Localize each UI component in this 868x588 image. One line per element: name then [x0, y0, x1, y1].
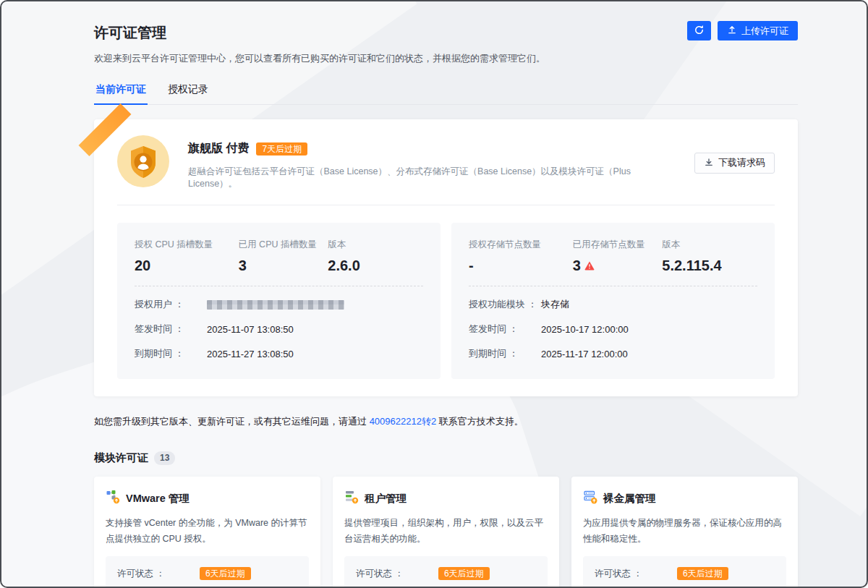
license-management-page: 许可证管理 欢迎来到云平台许可证管理中心，您可以查看所有已购买的许可证和它们的状…	[0, 0, 868, 588]
license-status-row: 许可状态 ： 6天后过期	[117, 567, 297, 580]
support-note-text: 如您需升级到其它版本、更新许可证，或有其它运维问题，请通过	[94, 416, 370, 427]
download-icon	[704, 157, 714, 169]
expire-badge: 6天后过期	[438, 567, 490, 580]
authorized-feature-module-row: 授权功能模块 ： 块存储	[469, 298, 757, 311]
upload-license-button[interactable]: 上传许可证	[718, 21, 798, 41]
support-phone-link[interactable]: 4009622212转2	[370, 416, 437, 427]
refresh-button[interactable]	[687, 21, 711, 41]
stat-authorized-storage-nodes: 授权存储节点数量 -	[469, 239, 573, 274]
stat-storage-version: 版本 5.2.115.4	[662, 239, 757, 274]
header-actions: 上传许可证	[687, 21, 798, 41]
download-request-code-button[interactable]: 下载请求码	[694, 153, 775, 174]
module-count-badge: 13	[154, 451, 175, 464]
page-subtitle: 欢迎来到云平台许可证管理中心，您可以查看所有已购买的许可证和它们的状态，并根据您…	[94, 52, 545, 65]
dashed-divider	[469, 286, 757, 286]
download-request-code-label: 下载请求码	[718, 156, 765, 169]
license-name: 旗舰版 付费	[188, 141, 249, 156]
module-card-description: 提供管理项目，组织架构，用户，权限，以及云平台运营相关的功能。	[344, 516, 548, 547]
dashed-divider	[135, 286, 423, 286]
expire-badge: 7天后过期	[256, 142, 307, 155]
module-card-detail-panel: 许可状态 ： 6天后过期 授权物理机数量 ： 0/20 签发时间 ： 2025-…	[583, 556, 786, 588]
platform-license-panel: 授权 CPU 插槽数量 20 已用 CPU 插槽数量 3 版本 2.6.0	[117, 223, 441, 379]
warning-icon	[584, 257, 595, 274]
stat-used-storage-nodes: 已用存储节点数量 3	[573, 239, 663, 274]
issue-time-row: 签发时间 ： 2025-10-17 12:00:00	[469, 323, 757, 336]
module-card-bare-metal: 裸金属管理 为应用提供专属的物理服务器，保证核心应用的高性能和稳定性。 许可状态…	[571, 477, 798, 588]
tab-bar: 当前许可证 授权记录	[94, 80, 798, 105]
license-status-row: 许可状态 ： 6天后过期	[595, 567, 775, 580]
tab-current-license[interactable]: 当前许可证	[94, 80, 148, 105]
license-description: 超融合许可证包括云平台许可证（Base License）、分布式存储许可证（Ba…	[188, 166, 676, 190]
upload-license-label: 上传许可证	[741, 25, 788, 38]
stat-used-cpu-sockets: 已用 CPU 插槽数量 3	[239, 239, 328, 274]
license-shield-icon	[117, 135, 169, 190]
module-card-title: VMware 管理	[126, 492, 190, 506]
support-note: 如您需升级到其它版本、更新许可证，或有其它运维问题，请通过 4009622212…	[94, 415, 798, 428]
issue-time-row: 签发时间 ： 2025-11-07 13:08:50	[135, 323, 423, 336]
page-title: 许可证管理	[94, 23, 545, 43]
module-card-vmware: VMware 管理 支持接管 vCenter 的全功能，为 VMware 的计算…	[94, 477, 320, 588]
masked-user-value	[207, 300, 344, 310]
expire-badge: 6天后过期	[200, 567, 251, 580]
module-card-description: 为应用提供专属的物理服务器，保证核心应用的高性能和稳定性。	[583, 516, 786, 547]
stat-platform-version: 版本 2.6.0	[328, 239, 423, 274]
support-note-text: 联系官方技术支持。	[436, 416, 524, 427]
upload-icon	[727, 25, 737, 37]
expire-time-row: 到期时间 ： 2025-11-17 12:00:00	[469, 347, 757, 360]
license-status-row: 许可状态 ： 6天后过期	[356, 567, 536, 580]
module-card-description: 支持接管 vCenter 的全功能，为 VMware 的计算节点提供独立的 CP…	[106, 516, 309, 547]
module-card-detail-panel: 许可状态 ： 6天后过期 签发时间 ： 2025-11-07 13:08:49 …	[344, 556, 548, 588]
module-card-tenant: 租户管理 提供管理项目，组织架构，用户，权限，以及云平台运营相关的功能。 许可状…	[333, 477, 559, 588]
stat-authorized-cpu-sockets: 授权 CPU 插槽数量 20	[135, 239, 239, 274]
module-card-detail-panel: 许可状态 ： 6天后过期 授权CPU插槽数量 ： 0/20 签发时间 ： 202…	[106, 556, 309, 588]
divider	[117, 205, 775, 205]
refresh-icon	[694, 25, 705, 38]
section-title: 模块许可证	[94, 451, 148, 465]
module-card-title: 裸金属管理	[603, 492, 656, 506]
authorized-user-row: 授权用户 ：	[135, 298, 423, 311]
expire-badge: 6天后过期	[677, 567, 728, 580]
storage-license-panel: 授权存储节点数量 - 已用存储节点数量 3	[451, 223, 775, 379]
module-card-title: 租户管理	[365, 492, 407, 506]
expire-time-row: 到期时间 ： 2025-11-27 13:08:50	[135, 347, 423, 360]
vmware-management-icon	[106, 490, 120, 507]
tab-authorization-records[interactable]: 授权记录	[166, 80, 210, 104]
bare-metal-management-icon	[583, 490, 597, 507]
license-card: 旗舰版 付费 7天后过期 超融合许可证包括云平台许可证（Base License…	[94, 119, 798, 396]
tenant-management-icon	[344, 490, 359, 507]
module-license-section-header: 模块许可证 13	[94, 451, 798, 465]
page-header: 许可证管理 欢迎来到云平台许可证管理中心，您可以查看所有已购买的许可证和它们的状…	[94, 23, 798, 65]
